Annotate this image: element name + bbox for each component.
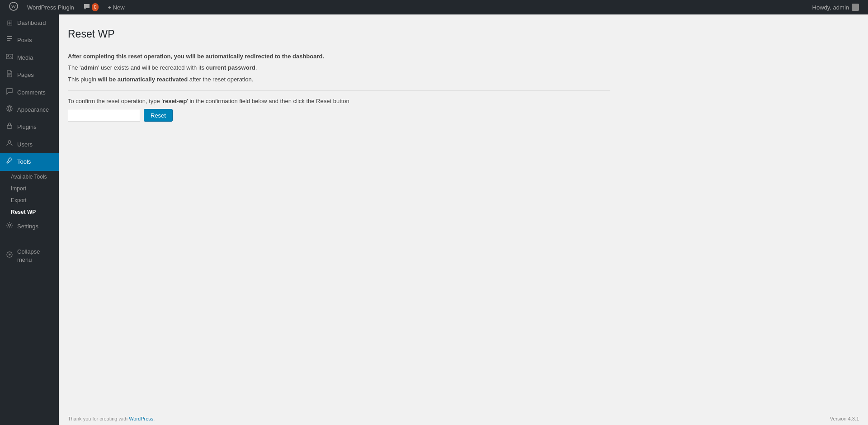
page-title: Reset WP [68,24,610,43]
svg-point-7 [9,224,11,226]
notice3-end: after the reset operation. [188,76,253,83]
confirm-row: Reset [68,109,610,122]
tools-arrow [52,160,54,164]
comments-nav-icon [5,88,14,98]
notice2-end: . [255,64,257,71]
sidebar-item-media[interactable]: Media [0,49,59,66]
notice2-admin-bold: admin [81,64,98,71]
page-footer: Thank you for creating with WordPress. V… [59,412,868,425]
sidebar-item-appearance[interactable]: Appearance [0,101,59,118]
sidebar-label-tools: Tools [17,158,31,166]
collapse-menu[interactable]: Collapse menu [0,244,59,268]
sidebar-item-pages[interactable]: Pages [0,66,59,84]
sidebar-label-users: Users [17,141,33,149]
notice2-password-bold: current password [206,64,255,71]
adminbar-wp-logo[interactable]: W [5,0,23,14]
admin-avatar [852,4,859,11]
adminbar-howdy[interactable]: Howdy, admin [808,4,863,11]
adminbar-comments[interactable]: 0 [79,0,104,14]
sidebar-item-comments[interactable]: Comments [0,84,59,101]
media-icon [5,53,14,63]
howdy-text: Howdy, admin [812,4,849,11]
sidebar-label-appearance: Appearance [17,106,49,114]
wp-logo-icon: W [9,2,18,13]
notice-redirect-text: After completing this reset operation, y… [68,53,324,60]
svg-point-6 [8,141,11,143]
divider [68,90,610,91]
collapse-label: Collapse menu [17,248,54,264]
sidebar-label-posts: Posts [17,36,32,44]
footer-credit: Thank you for creating with WordPress. [68,416,155,421]
sidebar-item-dashboard[interactable]: ⊞ Dashboard [0,14,59,32]
sidebar-item-plugins[interactable]: Plugins [0,118,59,136]
comments-icon [83,3,90,12]
submenu-available-tools[interactable]: Available Tools [0,171,59,183]
notice3-bold: will be automatically reactivated [98,76,188,83]
reset-button[interactable]: Reset [144,109,173,122]
submenu-reset-wp[interactable]: Reset WP [0,206,59,218]
dashboard-icon: ⊞ [5,18,14,28]
tools-icon [5,157,14,167]
footer-wordpress-link[interactable]: WordPress [129,416,153,421]
pages-icon [5,70,14,80]
sidebar-item-users[interactable]: Users [0,136,59,153]
settings-icon [5,222,14,231]
posts-icon [5,35,14,45]
svg-point-4 [7,106,12,111]
sidebar-label-settings: Settings [17,222,38,231]
footer-thank-you: Thank you for creating with [68,416,129,421]
sidebar-label-pages: Pages [17,71,34,79]
sidebar-item-posts[interactable]: Posts [0,32,59,49]
submenu-import[interactable]: Import [0,183,59,194]
notice-redirect: After completing this reset operation, y… [68,52,610,61]
appearance-icon [5,105,14,115]
svg-rect-5 [7,125,12,128]
collapse-icon [5,251,14,261]
notice2-before: The ' [68,64,81,71]
site-name-label: WordPress Plugin [27,4,74,11]
adminbar-new[interactable]: + New [103,0,129,14]
confirmation-input[interactable] [68,109,140,122]
sidebar-label-plugins: Plugins [17,123,37,131]
admin-bar: W WordPress Plugin 0 + New Howdy, admin [0,0,868,14]
notice-reactivated: This plugin will be automatically reacti… [68,75,610,84]
sidebar-label-media: Media [17,54,33,62]
confirm-instructions: To confirm the reset operation, type 're… [68,98,610,104]
sidebar-label-dashboard: Dashboard [17,19,46,27]
new-label: + New [108,4,124,11]
sidebar-item-settings[interactable]: Settings [0,218,59,235]
notice3-before: This plugin [68,76,98,83]
comments-count: 0 [92,3,99,11]
plugins-icon [5,122,14,132]
notice-admin-user: The 'admin' user exists and will be recr… [68,63,610,72]
adminbar-site-name[interactable]: WordPress Plugin [23,0,79,14]
footer-version: Version 4.3.1 [830,416,859,421]
sidebar-label-comments: Comments [17,89,46,97]
submenu-export[interactable]: Export [0,194,59,206]
users-icon [5,140,14,150]
admin-sidebar: ⊞ Dashboard Posts Media Pages Comments [0,14,59,425]
notice2-middle: ' user exists and will be recreated with… [98,64,206,71]
sidebar-item-tools[interactable]: Tools [0,153,59,170]
svg-text:W: W [11,4,16,9]
main-content: Reset WP After completing this reset ope… [59,14,868,425]
